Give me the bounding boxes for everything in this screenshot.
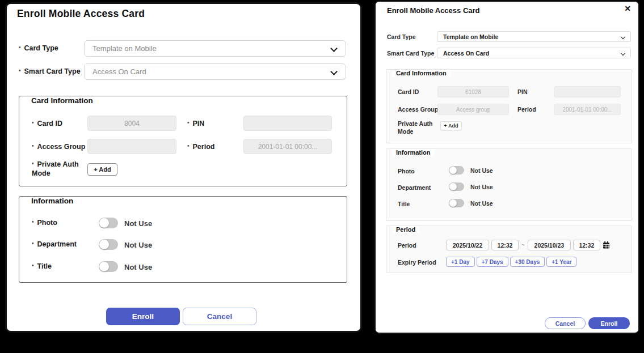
enroll-button[interactable]: Enroll <box>588 317 630 329</box>
period-input[interactable] <box>554 104 621 115</box>
photo-label: •Photo <box>32 219 57 227</box>
information-fieldset: Information •Photo Not Use •Department N… <box>19 196 347 283</box>
add-private-auth-button[interactable]: + Add <box>440 121 462 130</box>
end-date-input[interactable]: 2025/10/23 <box>528 240 571 250</box>
photo-toggle-state: Not Use <box>470 167 493 174</box>
expiry-plus-1-day-button[interactable]: +1 Day <box>446 257 475 267</box>
photo-toggle-state: Not Use <box>124 219 152 228</box>
smart-card-type-value: Access On Card <box>92 67 146 76</box>
cancel-button[interactable]: Cancel <box>545 317 586 329</box>
dialog-title: Enroll Mobile Access Card <box>17 8 145 20</box>
enroll-button[interactable]: Enroll <box>106 308 180 325</box>
card-type-value: Template on Mobile <box>443 33 498 40</box>
title-toggle-state: Not Use <box>470 200 493 207</box>
title-toggle[interactable] <box>449 199 464 207</box>
chevron-down-icon <box>621 51 625 56</box>
chevron-down-icon <box>330 68 338 75</box>
private-auth-mode-label: Private Auth Mode <box>398 120 434 135</box>
information-fieldset: Information Photo Not Use Department Not… <box>386 148 632 221</box>
period-label: Period <box>517 106 536 113</box>
department-toggle[interactable] <box>449 182 464 191</box>
department-label: Department <box>398 184 431 191</box>
toggle-knob <box>99 262 109 271</box>
information-legend: Information <box>26 197 78 205</box>
expiry-plus-30-days-button[interactable]: +30 Days <box>510 257 545 267</box>
dialog-title: Enroll Mobile Access Card <box>387 6 480 15</box>
card-type-select[interactable]: Template on Mobile <box>84 40 346 57</box>
department-toggle-state: Not Use <box>124 241 152 249</box>
card-id-label: Card ID <box>398 88 419 95</box>
title-toggle[interactable] <box>99 261 118 272</box>
card-id-label: •Card ID <box>32 120 62 127</box>
photo-toggle[interactable] <box>99 218 118 228</box>
expiry-plus-1-year-button[interactable]: +1 Year <box>546 257 576 267</box>
title-label: •Title <box>32 262 52 270</box>
photo-toggle[interactable] <box>449 166 464 175</box>
department-toggle[interactable] <box>99 239 118 250</box>
photo-label: Photo <box>398 168 415 175</box>
smart-card-type-value: Access On Card <box>443 50 489 57</box>
access-group-input[interactable] <box>87 139 176 154</box>
department-label: •Department <box>32 240 77 248</box>
cancel-button[interactable]: Cancel <box>183 308 256 325</box>
card-type-label: Card Type <box>387 33 416 40</box>
smart-card-type-label: •Smart Card Type <box>19 67 81 75</box>
period-label: Period <box>398 242 416 249</box>
chevron-down-icon <box>621 35 625 39</box>
access-group-label: •Access Group <box>32 143 85 151</box>
card-id-input[interactable] <box>87 116 176 131</box>
information-legend: Information <box>392 149 435 156</box>
pin-label: •PIN <box>187 120 204 127</box>
left-dialog: Enroll Mobile Access Card •Card Type Tem… <box>5 2 362 333</box>
department-toggle-state: Not Use <box>470 184 493 190</box>
card-id-input[interactable] <box>437 86 509 97</box>
start-date-input[interactable]: 2025/10/22 <box>446 240 489 250</box>
start-time-input[interactable]: 12:32 <box>491 240 519 250</box>
toggle-knob <box>449 183 457 190</box>
access-group-input[interactable] <box>437 104 509 115</box>
title-label: Title <box>398 201 410 207</box>
calendar-icon[interactable] <box>603 241 610 249</box>
toggle-knob <box>449 167 457 174</box>
range-separator: ~ <box>521 242 525 248</box>
smart-card-type-select[interactable]: Access On Card <box>84 63 346 80</box>
add-private-auth-button[interactable]: + Add <box>87 163 117 176</box>
close-icon[interactable]: ✕ <box>624 5 631 12</box>
chevron-down-icon <box>330 45 338 52</box>
pin-input[interactable] <box>243 116 332 131</box>
period-fieldset: Period Period 2025/10/22 12:32 ~ 2025/10… <box>386 226 632 273</box>
end-time-input[interactable]: 12:32 <box>573 240 600 250</box>
smart-card-type-label: Smart Card Type <box>387 50 434 57</box>
expiry-plus-7-days-button[interactable]: +7 Days <box>477 257 508 267</box>
card-type-select[interactable]: Template on Mobile <box>437 31 631 42</box>
pin-input[interactable] <box>554 86 621 97</box>
toggle-knob <box>99 240 109 249</box>
private-auth-mode-label: •Private Auth Mode <box>32 160 82 178</box>
period-label: •Period <box>187 143 214 151</box>
card-type-label: •Card Type <box>19 44 58 52</box>
toggle-knob <box>449 199 457 207</box>
period-legend: Period <box>392 226 419 233</box>
card-information-fieldset: Card Information Card ID PIN Access Grou… <box>386 69 632 143</box>
card-type-value: Template on Mobile <box>92 44 157 53</box>
right-dialog: Enroll Mobile Access Card ✕ Card Type Te… <box>374 1 639 334</box>
card-information-legend: Card Information <box>26 96 98 105</box>
period-input[interactable] <box>243 139 332 154</box>
expiry-period-label: Expiry Period <box>398 259 436 266</box>
bullet-icon: • <box>19 67 21 74</box>
card-information-fieldset: Card Information •Card ID •PIN •Access G… <box>19 96 347 186</box>
period-range-row: 2025/10/22 12:32 ~ 2025/10/23 12:32 <box>446 240 610 250</box>
access-group-label: Access Group <box>398 106 438 113</box>
title-toggle-state: Not Use <box>124 263 152 271</box>
smart-card-type-select[interactable]: Access On Card <box>437 48 631 58</box>
card-information-legend: Card Information <box>392 70 451 76</box>
bullet-icon: • <box>19 44 21 50</box>
expiry-options-row: +1 Day +7 Days +30 Days +1 Year <box>446 257 576 267</box>
toggle-knob <box>99 218 109 228</box>
pin-label: PIN <box>517 88 528 95</box>
